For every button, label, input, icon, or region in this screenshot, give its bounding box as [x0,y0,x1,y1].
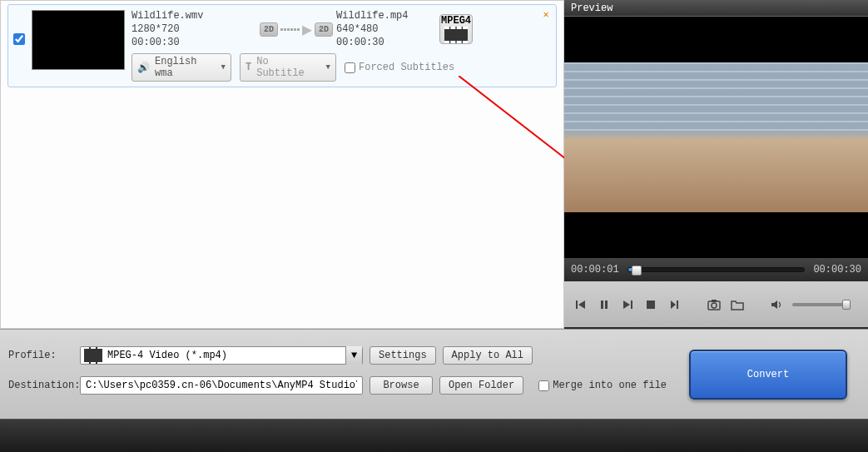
chevron-down-icon: ▼ [345,346,362,365]
bottom-toolbar: Profile: MPEG-4 Video (*.mp4) ▼ Settings… [0,329,868,419]
source-resolution: 1280*720 [131,23,256,35]
seek-thumb[interactable] [632,266,642,276]
source-info: Wildlife.wmv 1280*720 00:00:30 [131,10,256,48]
svg-rect-8 [712,300,717,302]
target-filename: Wildlife.mp4 [336,10,436,22]
target-duration: 00:00:30 [336,37,436,48]
file-thumbnail[interactable] [32,10,125,70]
subtitle-value: No Subtitle [256,56,320,79]
arrow-right-icon: ▶ [302,19,312,40]
dots-icon [280,28,300,31]
target-badge: 2D [315,22,333,37]
target-resolution: 640*480 [336,23,436,35]
step-button[interactable] [666,296,682,313]
snapshot-button[interactable] [706,296,722,313]
svg-rect-4 [631,301,632,309]
forced-subtitles-checkbox[interactable]: Forced Subtitles [345,62,454,73]
subtitle-icon: T [246,62,251,73]
convert-button[interactable]: Convert [689,350,847,400]
stop-button[interactable] [642,296,659,313]
audio-track-dropdown[interactable]: 🔊 English wma ▼ [131,53,231,82]
merge-checkbox[interactable]: Merge into one file [538,380,667,391]
svg-point-9 [712,303,717,308]
seek-slider[interactable] [627,267,806,272]
audio-track-value: English wma [155,56,216,79]
player-controls [564,281,868,327]
settings-button[interactable]: Settings [370,346,436,365]
profile-dropdown[interactable]: MPEG-4 Video (*.mp4) ▼ [80,346,363,365]
film-icon [444,27,468,43]
pause-button[interactable] [596,296,613,313]
profile-label: Profile: [8,350,73,361]
profile-value: MPEG-4 Video (*.mp4) [107,350,344,361]
preview-header: Preview [564,0,868,17]
destination-label: Destination: [8,380,73,391]
preview-panel: Preview 00:00:01 00:00:30 [564,0,868,329]
merge-checkbox-input[interactable] [538,380,549,391]
current-time: 00:00:01 [571,264,619,276]
next-button[interactable] [619,296,636,313]
forced-subtitles-label: Forced Subtitles [359,62,454,73]
svg-rect-5 [647,301,655,309]
apply-to-all-button[interactable]: Apply to All [443,346,533,365]
file-item[interactable]: Wildlife.wmv 1280*720 00:00:30 2D ▶ 2D W… [7,4,557,87]
volume-slider[interactable] [792,303,851,306]
subtitle-dropdown[interactable]: T No Subtitle ▼ [240,53,336,82]
browse-button[interactable]: Browse [370,376,433,395]
source-filename: Wildlife.wmv [131,10,256,22]
forced-subtitles-input[interactable] [345,62,355,73]
source-badge: 2D [260,22,278,37]
source-duration: 00:00:30 [131,37,256,48]
chevron-down-icon: ▼ [221,63,226,72]
preview-video[interactable] [564,17,868,258]
format-label: MPEG4 [441,15,471,27]
merge-label: Merge into one file [553,380,667,391]
remove-item-button[interactable]: ✕ [539,8,553,22]
chevron-down-icon: ▼ [326,63,330,72]
total-time: 00:00:30 [813,264,861,276]
status-strip [0,419,868,452]
prev-button[interactable] [573,296,589,313]
svg-rect-3 [605,301,608,309]
output-format-button[interactable]: MPEG4 [439,14,473,44]
svg-rect-2 [601,301,603,309]
destination-input[interactable] [80,376,363,395]
file-list-panel: Wildlife.wmv 1280*720 00:00:30 2D ▶ 2D W… [0,0,564,329]
file-checkbox[interactable] [13,33,25,45]
target-info: Wildlife.mp4 640*480 00:00:30 [336,10,436,48]
convert-button-label: Convert [747,369,789,380]
open-folder-icon-button[interactable] [729,296,746,313]
seek-bar-row: 00:00:01 00:00:30 [564,258,868,281]
speaker-icon: 🔊 [137,62,150,74]
open-folder-button[interactable]: Open Folder [439,376,523,395]
svg-rect-1 [576,301,578,309]
film-icon [84,347,102,364]
preview-frame [564,62,868,212]
svg-rect-6 [677,301,678,309]
volume-icon[interactable] [769,296,786,313]
conversion-arrow: 2D ▶ 2D [260,19,333,40]
volume-thumb[interactable] [842,300,851,310]
